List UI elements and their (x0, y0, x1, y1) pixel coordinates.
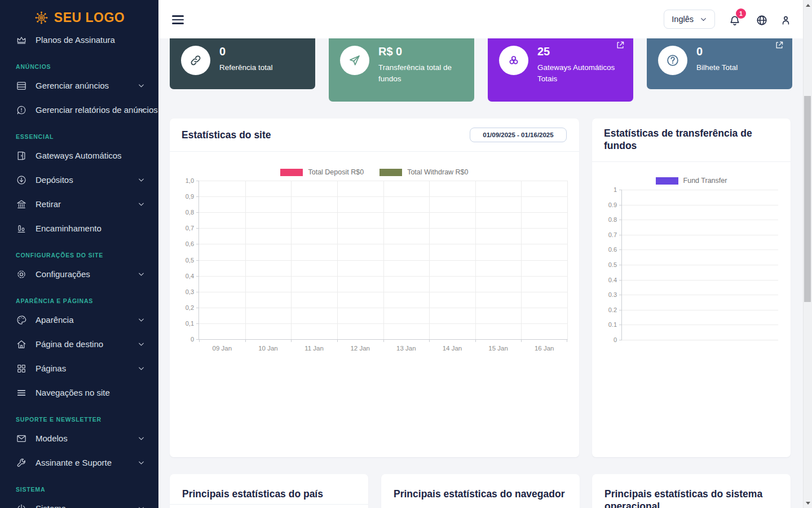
v-gridline (521, 181, 522, 339)
x-tick-mark (567, 339, 567, 342)
top-browser-stats-card: Principais estatísticas do navegador (381, 474, 580, 508)
y-tick-label: 0.7 (608, 231, 617, 238)
v-gridline (291, 181, 292, 339)
sidebar-item-sistema[interactable]: Sistema (0, 496, 158, 508)
language-selector[interactable]: Inglês (664, 10, 715, 29)
stat-card-gateways-totais: 25 Gateways Automáticos Totais (488, 38, 633, 102)
sidebar-item-assinante-e-suporte[interactable]: Assinante e Suporte (0, 450, 158, 475)
external-link-icon[interactable] (615, 40, 625, 50)
v-gridline (383, 181, 384, 339)
h-gridline (622, 249, 778, 250)
h-gridline (622, 310, 778, 310)
stat-label: Gateways Automáticos Totais (537, 62, 623, 85)
x-tick-label: 16 Jan (521, 345, 567, 352)
crown-icon (16, 35, 27, 46)
sidebar-item-label: Página de destino (36, 339, 103, 349)
scrollbar-down-arrow[interactable] (804, 498, 812, 507)
globe-icon[interactable] (756, 14, 768, 27)
stat-label: Transferência total de fundos (378, 62, 464, 85)
divider (170, 504, 368, 505)
stat-icon-circle (181, 46, 210, 75)
chevron-down-icon (700, 16, 707, 23)
stat-value: 0 (219, 45, 273, 58)
stat-card-transferencia-total: R$ 0 Transferência total de fundos (329, 38, 474, 102)
hamburger-menu-button[interactable] (172, 15, 184, 27)
sidebar-item-pagina-de-destino[interactable]: Página de destino (0, 332, 158, 356)
sidebar-item-label: Navegações no site (36, 388, 110, 397)
legend-label: Fund Transfer (683, 177, 727, 185)
sidebar-item-depositos[interactable]: Depósitos (0, 168, 158, 192)
chevron-down-icon (138, 505, 145, 508)
legend-swatch (656, 177, 678, 185)
y-tick-label: 0,4 (186, 273, 194, 279)
x-tick-label: 09 Jan (199, 345, 245, 352)
h-gridline (622, 235, 778, 235)
deposit-arrow-icon (16, 174, 27, 186)
chart-legend: Total Deposit R$0 Total Withdraw R$0 (170, 168, 579, 176)
h-gridline (622, 325, 778, 325)
brand-name: SEU LOGO (54, 10, 125, 25)
sidebar-item-gerenciar-relatorios-de-anuncios[interactable]: Gerenciar relatórios de anúncios (0, 98, 158, 122)
chevron-down-icon (138, 365, 145, 372)
x-tick-mark (475, 339, 476, 342)
sidebar-item-paginas[interactable]: Páginas (0, 356, 158, 380)
chevron-down-icon (138, 82, 145, 89)
y-tick-label: 1,0 (186, 177, 194, 184)
sidebar-item-gerenciar-anuncios[interactable]: Gerenciar anúncios (0, 73, 158, 98)
card-title: Estatísticas de transferência de fundos (604, 128, 776, 152)
scrollbar-up-arrow[interactable] (804, 1, 812, 10)
main-scrollbar[interactable] (803, 0, 812, 508)
logo[interactable]: SEU LOGO (0, 0, 158, 35)
y-tick-label: 0,5 (186, 257, 194, 264)
stat-label: Referência total (219, 62, 273, 73)
x-tick-label: 13 Jan (383, 345, 430, 352)
sidebar-item-label: Sistema (36, 503, 66, 508)
sidebar-item-gateways-automaticos[interactable]: Gateways Automáticos (0, 143, 158, 168)
h-gridline (622, 190, 778, 190)
send-icon (348, 54, 361, 67)
divider (592, 161, 791, 162)
gateway-door-icon (16, 150, 27, 161)
legend-swatch (379, 169, 402, 176)
sidebar-item-modelos[interactable]: Modelos (0, 426, 158, 450)
language-label: Inglês (672, 15, 694, 24)
chevron-down-icon (138, 176, 145, 183)
section-label-aparencia-e-paginas: APARÊNCIA E PÁGINAS (0, 286, 158, 308)
x-tick-mark (429, 339, 430, 342)
sidebar-item-retirar[interactable]: Retirar (0, 192, 158, 216)
legend-item-fund-transfer[interactable]: Fund Transfer (656, 177, 727, 185)
chevron-down-icon (138, 200, 145, 208)
legend-item-total-deposit[interactable]: Total Deposit R$0 (280, 168, 364, 176)
x-tick-mark (245, 339, 246, 342)
legend-swatch (280, 169, 303, 176)
chevron-down-icon (138, 270, 145, 278)
user-profile-icon[interactable] (780, 14, 792, 27)
card-title: Principais estatísticas do país (170, 474, 368, 504)
sidebar-item-navegacoes-no-site[interactable]: Navegações no site (0, 380, 158, 405)
sidebar-item-aparencia[interactable]: Aparência (0, 308, 158, 332)
stat-label: Bilhete Total (696, 62, 738, 73)
sidebar-menu: Planos de Assinatura ANÚNCIOS Gerenciar … (0, 35, 158, 508)
y-tick-label: 1 (614, 186, 617, 193)
ads-report-icon (16, 104, 27, 116)
grid-icon (16, 363, 27, 374)
list-lines-icon (16, 387, 27, 398)
scrollbar-thumb[interactable] (804, 96, 811, 302)
h-gridline (622, 265, 778, 265)
external-link-icon[interactable] (774, 40, 784, 50)
chevron-down-icon (138, 316, 145, 323)
dashboard-page: SEU LOGO Planos de Assinatura ANÚNCIOS G… (0, 0, 812, 508)
date-range-picker[interactable]: 01/09/2025 - 01/16/2025 (470, 128, 567, 142)
sidebar-item-planos-de-assinatura[interactable]: Planos de Assinatura (0, 35, 158, 52)
stat-value: R$ 0 (378, 45, 464, 58)
section-label-suporte-e-newsletter: SUPORTE E NEWSLETTER (0, 405, 158, 426)
sidebar-item-label: Assinante e Suporte (36, 458, 112, 467)
section-label-essencial: ESSENCIAL (0, 122, 158, 143)
sidebar-item-configuracoes[interactable]: Configurações (0, 262, 158, 286)
gear-icon (16, 269, 27, 280)
sidebar-item-encaminhamento[interactable]: Encaminhamento (0, 216, 158, 240)
ads-manage-icon (16, 80, 27, 91)
x-tick-label: 14 Jan (429, 345, 475, 352)
legend-item-total-withdraw[interactable]: Total Withdraw R$0 (379, 168, 468, 176)
stat-card-bilhete-total: 0 Bilhete Total (647, 38, 792, 89)
